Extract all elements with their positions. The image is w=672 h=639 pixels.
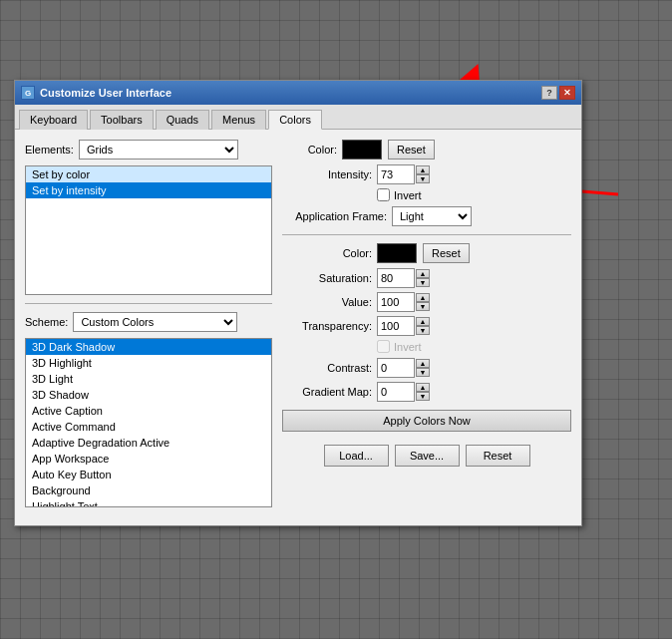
contrast-label: Contrast:: [282, 362, 372, 374]
value-input[interactable]: [377, 292, 415, 312]
intensity-down-arrow[interactable]: ▼: [416, 174, 430, 183]
title-bar: G Customize User Interface ? ✕: [15, 81, 581, 105]
apply-colors-button[interactable]: Apply Colors Now: [282, 410, 571, 432]
color-item-3d-shadow[interactable]: 3D Shadow: [26, 387, 271, 403]
saturation-down-arrow[interactable]: ▼: [416, 278, 430, 287]
gradient-label: Gradient Map:: [282, 386, 372, 398]
color-item-active-caption[interactable]: Active Caption: [26, 403, 271, 419]
gradient-spinners: ▲ ▼: [416, 383, 430, 401]
value-row: Value: ▲ ▼: [282, 292, 571, 312]
app-frame-select[interactable]: Light Dark: [392, 206, 472, 226]
value-up-arrow[interactable]: ▲: [416, 293, 430, 302]
elements-select[interactable]: Grids Windows Geometry: [79, 140, 238, 160]
transparency-row: Transparency: ▲ ▼: [282, 316, 571, 336]
close-button[interactable]: ✕: [559, 86, 575, 100]
contrast-row: Contrast: ▲ ▼: [282, 358, 571, 378]
footer-buttons: Load... Save... Reset: [282, 445, 571, 475]
left-panel: Elements: Grids Windows Geometry Set by …: [25, 140, 272, 515]
transparency-spinners: ▲ ▼: [416, 317, 430, 335]
bottom-color-section: Color: Reset Saturation: ▲ ▼: [282, 243, 571, 437]
top-color-section: Color: Reset Intensity: ▲ ▼: [282, 140, 571, 226]
color-list-container: 3D Dark Shadow 3D Highlight 3D Light 3D …: [25, 338, 272, 507]
scheme-row: Scheme: Custom Colors Default Colors Dar…: [25, 312, 272, 332]
contrast-down-arrow[interactable]: ▼: [416, 368, 430, 377]
main-content: Elements: Grids Windows Geometry Set by …: [15, 130, 581, 525]
color-item-highlight-text[interactable]: Highlight Text: [26, 498, 271, 507]
elements-list[interactable]: Set by color Set by intensity: [25, 165, 272, 295]
tab-quads[interactable]: Quads: [156, 110, 209, 130]
gradient-down-arrow[interactable]: ▼: [416, 392, 430, 401]
load-button[interactable]: Load...: [324, 445, 389, 467]
elements-label: Elements:: [25, 144, 74, 156]
color-item-app-workspace[interactable]: App Workspace: [26, 451, 271, 467]
gradient-input[interactable]: [377, 382, 415, 402]
color-item-adaptive-degradation[interactable]: Adaptive Degradation Active: [26, 435, 271, 451]
invert-row: Invert: [377, 188, 571, 201]
top-color-swatch[interactable]: [342, 140, 382, 160]
transparency-down-arrow[interactable]: ▼: [416, 326, 430, 335]
app-icon: G: [21, 86, 35, 100]
tab-menus[interactable]: Menus: [211, 110, 266, 130]
intensity-up-arrow[interactable]: ▲: [416, 165, 430, 174]
saturation-row: Saturation: ▲ ▼: [282, 268, 571, 288]
bottom-reset-button[interactable]: Reset: [423, 243, 470, 263]
app-frame-row: Application Frame: Light Dark: [282, 206, 571, 226]
transparency-input[interactable]: [377, 316, 415, 336]
bottom-color-row: Color: Reset: [282, 243, 571, 263]
divider-1: [25, 303, 272, 304]
color-item-auto-key-button[interactable]: Auto Key Button: [26, 467, 271, 482]
tab-keyboard[interactable]: Keyboard: [19, 110, 88, 130]
intensity-label: Intensity:: [282, 168, 372, 180]
bottom-color-label: Color:: [282, 247, 372, 259]
top-color-row: Color: Reset: [282, 140, 571, 160]
title-buttons: ? ✕: [541, 86, 575, 100]
value-spinners: ▲ ▼: [416, 293, 430, 311]
saturation-up-arrow[interactable]: ▲: [416, 269, 430, 278]
scheme-label: Scheme:: [25, 316, 68, 328]
app-frame-label: Application Frame:: [282, 210, 387, 222]
invert-label-bottom: Invert: [394, 341, 422, 353]
gradient-row: Gradient Map: ▲ ▼: [282, 382, 571, 402]
color-items-list[interactable]: 3D Dark Shadow 3D Highlight 3D Light 3D …: [25, 338, 272, 507]
list-item-set-by-color[interactable]: Set by color: [26, 166, 271, 182]
save-button[interactable]: Save...: [395, 445, 460, 467]
intensity-spinners: ▲ ▼: [416, 165, 430, 183]
invert-checkbox-bottom[interactable]: [377, 340, 390, 353]
color-item-active-command[interactable]: Active Command: [26, 419, 271, 435]
value-down-arrow[interactable]: ▼: [416, 302, 430, 311]
intensity-input[interactable]: [377, 164, 415, 184]
top-list-container: Set by color Set by intensity: [25, 165, 272, 295]
top-color-label: Color:: [282, 144, 337, 156]
bottom-color-swatch[interactable]: [377, 243, 417, 263]
color-item-3d-light[interactable]: 3D Light: [26, 371, 271, 387]
customize-ui-dialog: G Customize User Interface ? ✕ Keyboard …: [14, 80, 582, 526]
saturation-label: Saturation:: [282, 272, 372, 284]
contrast-spinners: ▲ ▼: [416, 359, 430, 377]
transparency-up-arrow[interactable]: ▲: [416, 317, 430, 326]
tab-colors[interactable]: Colors: [268, 110, 322, 130]
help-button[interactable]: ?: [541, 86, 557, 100]
invert-checkbox-top[interactable]: [377, 188, 390, 201]
color-item-3d-dark-shadow[interactable]: 3D Dark Shadow: [26, 339, 271, 355]
title-bar-left: G Customize User Interface: [21, 86, 171, 100]
elements-row: Elements: Grids Windows Geometry: [25, 140, 272, 160]
contrast-input[interactable]: [377, 358, 415, 378]
footer-reset-button[interactable]: Reset: [466, 445, 530, 467]
transparency-label: Transparency:: [282, 320, 372, 332]
contrast-up-arrow[interactable]: ▲: [416, 359, 430, 368]
divider-right: [282, 234, 571, 235]
value-label: Value:: [282, 296, 372, 308]
invert-label-top: Invert: [394, 189, 422, 201]
tab-toolbars[interactable]: Toolbars: [90, 110, 154, 130]
intensity-row: Intensity: ▲ ▼: [282, 164, 571, 184]
scheme-select[interactable]: Custom Colors Default Colors Dark Theme: [73, 312, 237, 332]
saturation-spinners: ▲ ▼: [416, 269, 430, 287]
dialog-title: Customize User Interface: [40, 87, 171, 99]
saturation-input[interactable]: [377, 268, 415, 288]
color-item-3d-highlight[interactable]: 3D Highlight: [26, 355, 271, 371]
right-panel: Color: Reset Intensity: ▲ ▼: [282, 140, 571, 515]
color-item-background[interactable]: Background: [26, 482, 271, 498]
gradient-up-arrow[interactable]: ▲: [416, 383, 430, 392]
list-item-set-by-intensity[interactable]: Set by intensity: [26, 182, 271, 198]
top-reset-button[interactable]: Reset: [388, 140, 435, 160]
